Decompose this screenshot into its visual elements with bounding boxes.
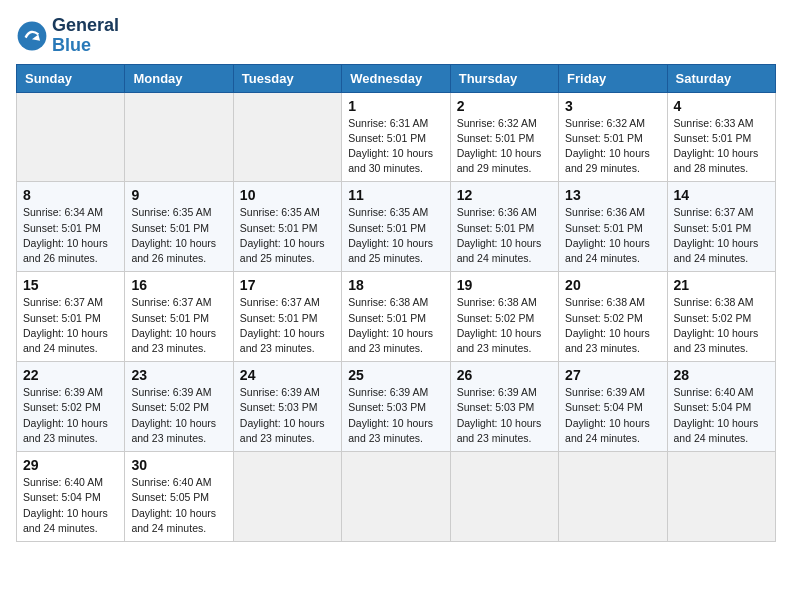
logo-icon [16,20,48,52]
calendar-week-row: 1 Sunrise: 6:31 AM Sunset: 5:01 PM Dayli… [17,92,776,182]
day-cell: 25 Sunrise: 6:39 AM Sunset: 5:03 PM Dayl… [342,362,450,452]
day-cell: 21 Sunrise: 6:38 AM Sunset: 5:02 PM Dayl… [667,272,775,362]
day-number: 29 [23,457,118,473]
day-info: Sunrise: 6:39 AM Sunset: 5:02 PM Dayligh… [23,385,118,446]
weekday-header: Sunday [17,64,125,92]
empty-day-cell [342,452,450,542]
day-number: 24 [240,367,335,383]
day-info: Sunrise: 6:39 AM Sunset: 5:02 PM Dayligh… [131,385,226,446]
weekday-header: Friday [559,64,667,92]
empty-day-cell [233,92,341,182]
day-cell: 9 Sunrise: 6:35 AM Sunset: 5:01 PM Dayli… [125,182,233,272]
empty-day-cell [233,452,341,542]
day-cell: 11 Sunrise: 6:35 AM Sunset: 5:01 PM Dayl… [342,182,450,272]
day-number: 19 [457,277,552,293]
day-info: Sunrise: 6:36 AM Sunset: 5:01 PM Dayligh… [457,205,552,266]
day-info: Sunrise: 6:40 AM Sunset: 5:04 PM Dayligh… [23,475,118,536]
day-info: Sunrise: 6:34 AM Sunset: 5:01 PM Dayligh… [23,205,118,266]
day-number: 22 [23,367,118,383]
day-cell: 13 Sunrise: 6:36 AM Sunset: 5:01 PM Dayl… [559,182,667,272]
day-cell: 12 Sunrise: 6:36 AM Sunset: 5:01 PM Dayl… [450,182,558,272]
day-info: Sunrise: 6:35 AM Sunset: 5:01 PM Dayligh… [348,205,443,266]
day-number: 9 [131,187,226,203]
empty-day-cell [450,452,558,542]
day-cell: 18 Sunrise: 6:38 AM Sunset: 5:01 PM Dayl… [342,272,450,362]
calendar-table: SundayMondayTuesdayWednesdayThursdayFrid… [16,64,776,542]
day-cell: 20 Sunrise: 6:38 AM Sunset: 5:02 PM Dayl… [559,272,667,362]
day-cell: 17 Sunrise: 6:37 AM Sunset: 5:01 PM Dayl… [233,272,341,362]
day-info: Sunrise: 6:39 AM Sunset: 5:03 PM Dayligh… [240,385,335,446]
day-info: Sunrise: 6:36 AM Sunset: 5:01 PM Dayligh… [565,205,660,266]
day-cell: 29 Sunrise: 6:40 AM Sunset: 5:04 PM Dayl… [17,452,125,542]
day-info: Sunrise: 6:31 AM Sunset: 5:01 PM Dayligh… [348,116,443,177]
day-number: 21 [674,277,769,293]
day-cell: 30 Sunrise: 6:40 AM Sunset: 5:05 PM Dayl… [125,452,233,542]
day-info: Sunrise: 6:37 AM Sunset: 5:01 PM Dayligh… [23,295,118,356]
day-info: Sunrise: 6:38 AM Sunset: 5:01 PM Dayligh… [348,295,443,356]
day-number: 28 [674,367,769,383]
calendar-week-row: 8 Sunrise: 6:34 AM Sunset: 5:01 PM Dayli… [17,182,776,272]
logo: General Blue [16,16,119,56]
day-number: 25 [348,367,443,383]
day-cell: 27 Sunrise: 6:39 AM Sunset: 5:04 PM Dayl… [559,362,667,452]
weekday-header: Monday [125,64,233,92]
empty-day-cell [17,92,125,182]
calendar-header-row: SundayMondayTuesdayWednesdayThursdayFrid… [17,64,776,92]
day-info: Sunrise: 6:40 AM Sunset: 5:04 PM Dayligh… [674,385,769,446]
day-number: 3 [565,98,660,114]
day-info: Sunrise: 6:38 AM Sunset: 5:02 PM Dayligh… [457,295,552,356]
day-number: 2 [457,98,552,114]
day-number: 30 [131,457,226,473]
page-header: General Blue [16,16,776,56]
day-number: 17 [240,277,335,293]
calendar-week-row: 22 Sunrise: 6:39 AM Sunset: 5:02 PM Dayl… [17,362,776,452]
day-cell: 23 Sunrise: 6:39 AM Sunset: 5:02 PM Dayl… [125,362,233,452]
weekday-header: Thursday [450,64,558,92]
day-cell: 26 Sunrise: 6:39 AM Sunset: 5:03 PM Dayl… [450,362,558,452]
day-number: 13 [565,187,660,203]
day-info: Sunrise: 6:35 AM Sunset: 5:01 PM Dayligh… [240,205,335,266]
day-number: 8 [23,187,118,203]
day-info: Sunrise: 6:39 AM Sunset: 5:03 PM Dayligh… [457,385,552,446]
day-cell: 1 Sunrise: 6:31 AM Sunset: 5:01 PM Dayli… [342,92,450,182]
day-cell: 28 Sunrise: 6:40 AM Sunset: 5:04 PM Dayl… [667,362,775,452]
day-cell: 15 Sunrise: 6:37 AM Sunset: 5:01 PM Dayl… [17,272,125,362]
logo-text: General Blue [52,16,119,56]
day-info: Sunrise: 6:37 AM Sunset: 5:01 PM Dayligh… [131,295,226,356]
day-info: Sunrise: 6:37 AM Sunset: 5:01 PM Dayligh… [674,205,769,266]
day-cell: 8 Sunrise: 6:34 AM Sunset: 5:01 PM Dayli… [17,182,125,272]
day-number: 14 [674,187,769,203]
svg-point-0 [18,21,47,50]
day-info: Sunrise: 6:35 AM Sunset: 5:01 PM Dayligh… [131,205,226,266]
weekday-header: Wednesday [342,64,450,92]
day-number: 20 [565,277,660,293]
day-info: Sunrise: 6:37 AM Sunset: 5:01 PM Dayligh… [240,295,335,356]
day-cell: 19 Sunrise: 6:38 AM Sunset: 5:02 PM Dayl… [450,272,558,362]
day-number: 1 [348,98,443,114]
day-info: Sunrise: 6:39 AM Sunset: 5:03 PM Dayligh… [348,385,443,446]
day-number: 10 [240,187,335,203]
day-cell: 16 Sunrise: 6:37 AM Sunset: 5:01 PM Dayl… [125,272,233,362]
day-cell: 4 Sunrise: 6:33 AM Sunset: 5:01 PM Dayli… [667,92,775,182]
day-info: Sunrise: 6:38 AM Sunset: 5:02 PM Dayligh… [674,295,769,356]
day-number: 11 [348,187,443,203]
weekday-header: Tuesday [233,64,341,92]
empty-day-cell [667,452,775,542]
day-number: 26 [457,367,552,383]
day-cell: 24 Sunrise: 6:39 AM Sunset: 5:03 PM Dayl… [233,362,341,452]
calendar-week-row: 15 Sunrise: 6:37 AM Sunset: 5:01 PM Dayl… [17,272,776,362]
day-number: 18 [348,277,443,293]
day-cell: 2 Sunrise: 6:32 AM Sunset: 5:01 PM Dayli… [450,92,558,182]
day-number: 27 [565,367,660,383]
day-info: Sunrise: 6:32 AM Sunset: 5:01 PM Dayligh… [457,116,552,177]
empty-day-cell [125,92,233,182]
day-info: Sunrise: 6:33 AM Sunset: 5:01 PM Dayligh… [674,116,769,177]
day-cell: 10 Sunrise: 6:35 AM Sunset: 5:01 PM Dayl… [233,182,341,272]
day-info: Sunrise: 6:32 AM Sunset: 5:01 PM Dayligh… [565,116,660,177]
calendar-week-row: 29 Sunrise: 6:40 AM Sunset: 5:04 PM Dayl… [17,452,776,542]
weekday-header: Saturday [667,64,775,92]
day-number: 12 [457,187,552,203]
day-number: 15 [23,277,118,293]
day-number: 16 [131,277,226,293]
day-cell: 14 Sunrise: 6:37 AM Sunset: 5:01 PM Dayl… [667,182,775,272]
